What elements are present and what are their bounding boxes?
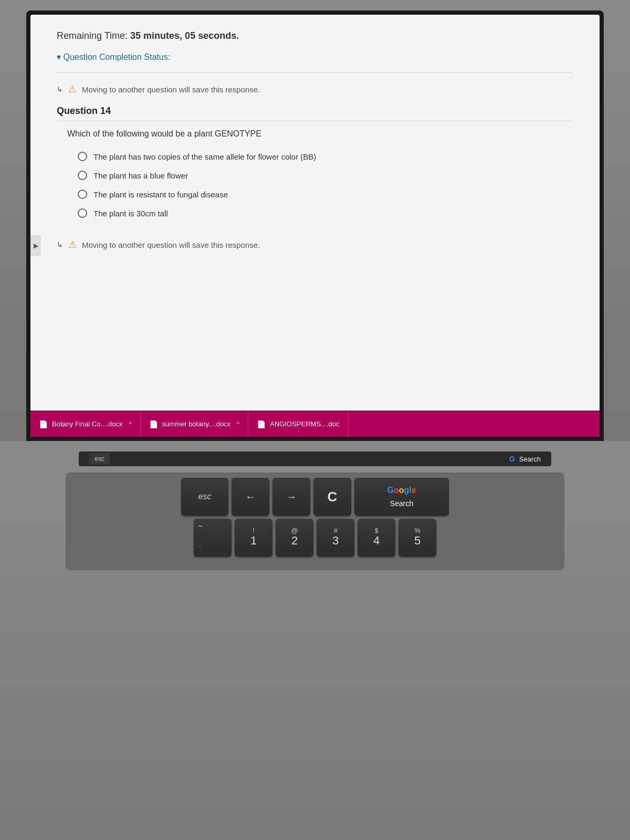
key-refresh[interactable]: C [313,478,351,516]
key-4-top: $ [374,527,378,534]
doc-icon-2: 📄 [149,420,158,428]
key-esc[interactable]: esc [181,478,228,516]
right-arrow-icon: → [286,491,297,503]
key-row-2: ~ ` ! 1 @ 2 # 3 [74,519,556,556]
touch-bar: esc G Search [79,452,551,466]
key-2-top: @ [291,527,298,534]
warning-icon-top: ⚠ [68,83,77,95]
touch-bar-esc-label: esc [94,455,104,463]
backtick-symbol: ` [199,545,201,553]
completion-status-label: Question Completion Status: [63,52,170,61]
question-text: Which of the following would be a plant … [57,129,573,139]
warning-icon-bottom: ⚠ [68,239,77,250]
taskbar-item-2[interactable]: 📄 summer botany....docx ^ [141,411,249,437]
divider-1 [57,72,573,73]
taskbar-label-1: Botany Final Co....docx [52,420,122,428]
touch-bar-esc[interactable]: esc [89,453,110,465]
answer-option-1[interactable]: The plant has two copies of the same all… [78,152,573,161]
answer-options: The plant has two copies of the same all… [57,152,573,218]
remaining-time-value: 35 minutes, 05 seconds. [130,30,239,41]
question-text-content: Which of the following would be a plant … [67,129,261,138]
answer-option-3[interactable]: The plant is resistant to fungal disease [78,190,573,199]
google-g-search: Google [387,486,416,495]
answer-text-2: The plant has a blue flower [93,171,188,180]
arrow-indicator-bottom: ↳ [57,240,63,249]
remaining-time: Remaining Time: 35 minutes, 05 seconds. [57,30,573,41]
key-2[interactable]: @ 2 [276,519,313,556]
quiz-content: ▶ Remaining Time: 35 minutes, 05 seconds… [30,15,600,411]
esc-label: esc [198,492,212,501]
key-5-top: % [414,527,421,534]
google-logo: G [509,455,515,463]
left-arrow-icon: ← [245,491,256,503]
completion-status[interactable]: Question Completion Status: [57,52,573,62]
doc-icon-3: 📄 [257,420,266,428]
key-tilde[interactable]: ~ ` [194,519,232,556]
sidebar-toggle[interactable]: ▶ [30,235,41,256]
taskbar-label-3: ANGIOSPERMS....doc [270,420,339,428]
key-1-top: ! [253,527,255,534]
taskbar: 📄 Botany Final Co....docx ^ 📄 summer bot… [30,411,600,437]
key-4[interactable]: $ 4 [358,519,395,556]
search-label: Search [390,499,413,508]
key-5[interactable]: % 5 [398,519,436,556]
key-5-bottom: 5 [414,534,421,548]
taskbar-item-3[interactable]: 📄 ANGIOSPERMS....doc [248,411,348,437]
key-3[interactable]: # 3 [317,519,354,556]
tilde-symbol: ~ [198,522,203,531]
chevron-2: ^ [237,421,239,427]
screen-inner: ▶ Remaining Time: 35 minutes, 05 seconds… [30,15,600,437]
answer-option-2[interactable]: The plant has a blue flower [78,171,573,180]
key-right-arrow[interactable]: → [272,478,310,516]
question-number-label: Question 14 [57,106,111,116]
answer-text-4: The plant is 30cm tall [93,209,168,218]
doc-icon-1: 📄 [39,420,48,428]
key-left-arrow[interactable]: ← [232,478,269,516]
arrow-indicator: ↳ [57,85,63,93]
radio-1[interactable] [78,152,87,161]
warning-text-top: Moving to another question will save thi… [82,85,260,94]
warning-text-bottom: Moving to another question will save thi… [82,240,260,249]
refresh-icon: C [328,489,338,505]
key-3-top: # [333,527,337,534]
radio-2[interactable] [78,171,87,180]
warning-banner-bottom: ↳ ⚠ Moving to another question will save… [57,239,573,250]
key-row-1: esc ← → C Google Search [74,478,556,516]
radio-3[interactable] [78,190,87,199]
answer-option-4[interactable]: The plant is 30cm tall [78,208,573,218]
warning-banner-top: ↳ ⚠ Moving to another question will save… [57,83,573,95]
key-4-bottom: 4 [373,534,380,548]
key-2-bottom: 2 [291,534,298,548]
laptop-shell: ▶ Remaining Time: 35 minutes, 05 seconds… [0,0,630,840]
answer-text-3: The plant is resistant to fungal disease [93,190,228,199]
chevron-1: ^ [129,421,131,427]
taskbar-label-2: summer botany....docx [162,420,231,428]
key-search[interactable]: Google Search [354,478,449,516]
question-number: Question 14 [57,106,573,121]
screen-area: ▶ Remaining Time: 35 minutes, 05 seconds… [26,10,604,441]
key-3-bottom: 3 [332,534,339,548]
touch-bar-search-label: Search [519,455,541,463]
radio-4[interactable] [78,208,87,218]
taskbar-item-1[interactable]: 📄 Botany Final Co....docx ^ [30,411,141,437]
answer-text-1: The plant has two copies of the same all… [93,152,316,161]
touch-bar-search[interactable]: G Search [509,455,541,463]
key-1[interactable]: ! 1 [235,519,272,556]
keyboard-area: esc G Search esc ← → [0,441,630,840]
key-1-bottom: 1 [250,534,257,548]
remaining-time-label: Remaining Time: [57,30,128,41]
keyboard-wrapper: esc ← → C Google Search [66,472,564,570]
